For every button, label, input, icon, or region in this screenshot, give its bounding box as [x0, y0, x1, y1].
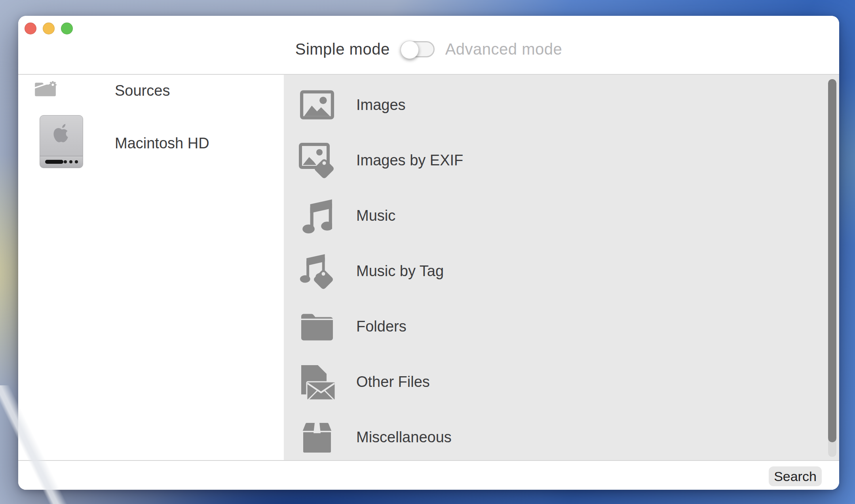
list-item-label: Music by Tag	[356, 263, 444, 280]
list-item-label: Miscellaneous	[356, 429, 452, 446]
toggle-knob[interactable]	[401, 41, 419, 59]
drive-slot	[45, 160, 63, 164]
document-envelope-icon	[299, 364, 335, 400]
list-item-label: Folders	[356, 318, 407, 335]
hard-drive-icon	[40, 115, 83, 168]
drive-leds	[64, 160, 78, 163]
list-item-images-by-exif[interactable]: Images by EXIF	[284, 133, 839, 188]
scrollbar-track[interactable]	[828, 79, 836, 457]
music-note-icon	[299, 197, 335, 234]
zoom-button[interactable]	[61, 23, 73, 34]
box-icon	[299, 419, 335, 455]
list-item-images[interactable]: Images	[284, 77, 839, 133]
simple-mode-label: Simple mode	[295, 40, 390, 58]
music-tag-icon	[299, 253, 335, 289]
desktop-background: Simple mode Advanced mode	[0, 0, 855, 504]
mode-switch-row: Simple mode Advanced mode	[18, 40, 839, 58]
apple-logo-icon	[51, 123, 72, 146]
list-item-other-files[interactable]: Other Files	[284, 354, 839, 409]
scrollbar-thumb[interactable]	[828, 79, 836, 442]
image-tag-icon	[299, 142, 335, 178]
content-area: Sources Macintosh HD	[18, 74, 839, 460]
sidebar-title: Sources	[115, 82, 170, 99]
window-titlebar: Simple mode Advanced mode	[18, 16, 839, 74]
list-item-label: Images	[356, 97, 406, 114]
minimize-button[interactable]	[43, 23, 55, 34]
list-item-label: Other Files	[356, 373, 430, 390]
image-icon	[299, 87, 335, 123]
sidebar-item-macintosh-hd[interactable]: Macintosh HD	[115, 135, 209, 152]
folder-icon	[299, 308, 335, 345]
mode-toggle[interactable]	[401, 41, 435, 57]
advanced-mode-label: Advanced mode	[445, 40, 562, 58]
list-item-label: Music	[356, 207, 395, 224]
list-item-label: Images by EXIF	[356, 152, 463, 169]
window-footer: Search	[18, 460, 839, 490]
window-controls	[25, 23, 73, 34]
category-list: Images	[284, 75, 839, 460]
close-button[interactable]	[25, 23, 36, 34]
list-item-music-by-tag[interactable]: Music by Tag	[284, 243, 839, 299]
folder-gear-icon	[34, 81, 57, 99]
list-item-folders[interactable]: Folders	[284, 299, 839, 354]
sources-sidebar: Sources Macintosh HD	[18, 75, 284, 460]
search-button[interactable]: Search	[769, 466, 822, 486]
drive-front-panel	[40, 156, 83, 168]
list-item-music[interactable]: Music	[284, 188, 839, 243]
list-item-miscellaneous[interactable]: Miscellaneous	[284, 409, 839, 460]
app-window: Simple mode Advanced mode	[18, 16, 839, 490]
